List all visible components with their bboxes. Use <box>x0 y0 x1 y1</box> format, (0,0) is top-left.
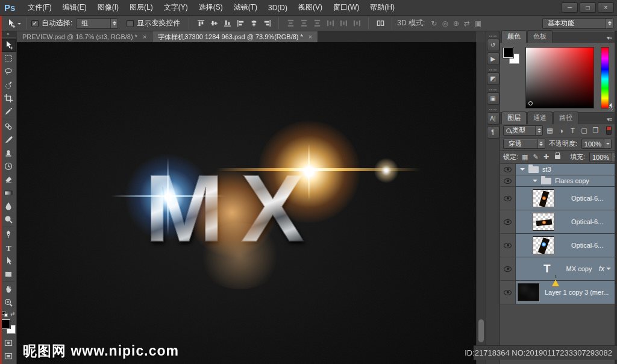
chevron-down-icon[interactable] <box>604 139 611 148</box>
tab-font-mockup-psd[interactable]: 字体样机37300 1284 963.psd @ 73.9%(RGB/8) * … <box>152 31 318 42</box>
align-left-button[interactable] <box>234 18 246 29</box>
horizontal-type-tool[interactable]: T <box>1 241 16 254</box>
close-tab-icon[interactable]: × <box>308 34 312 40</box>
crop-tool[interactable] <box>1 92 16 105</box>
distribute-bottom-button[interactable] <box>311 18 323 29</box>
auto-select-checkbox[interactable] <box>31 20 39 27</box>
dock-drag-handle[interactable] <box>489 109 496 110</box>
quick-selection-tool[interactable] <box>1 78 16 92</box>
rectangle-shape-tool[interactable] <box>1 268 16 281</box>
hue-slider[interactable] <box>601 47 609 108</box>
layer-row-optical-2[interactable]: Optical-6... <box>500 210 615 234</box>
dock-drag-handle[interactable] <box>489 89 496 90</box>
visibility-toggle[interactable] <box>500 175 516 186</box>
filter-kind-dropdown[interactable]: 类型 <box>503 125 543 136</box>
character-panel-icon[interactable]: A| <box>487 112 500 125</box>
saturation-brightness-map[interactable] <box>525 47 594 108</box>
layer-thumbnail[interactable] <box>518 283 539 301</box>
properties-panel-icon[interactable]: ◩ <box>487 72 500 85</box>
brush-tool[interactable] <box>1 133 16 146</box>
auto-select-dropdown[interactable]: 组 <box>76 18 118 29</box>
blur-tool[interactable] <box>1 199 16 213</box>
type-layer-thumbnail[interactable]: T <box>543 262 551 275</box>
panel-menu-icon[interactable]: ▾≡ <box>607 116 612 122</box>
align-top-button[interactable] <box>195 18 207 29</box>
tab-layers[interactable]: 图层 <box>501 111 527 124</box>
visibility-toggle[interactable] <box>500 257 516 280</box>
visibility-toggle[interactable] <box>500 234 516 257</box>
3d-slide-icon[interactable]: ⇄ <box>464 19 470 28</box>
swap-colors-icon[interactable]: ⇄ <box>10 312 15 317</box>
layer-row-group-flares-copy[interactable]: Flares copy <box>500 175 615 187</box>
paragraph-panel-icon[interactable]: ¶ <box>487 126 500 139</box>
filter-pixel-layers-icon[interactable]: ▤ <box>545 127 554 134</box>
expand-triangle-icon[interactable] <box>520 168 525 173</box>
lock-position-icon[interactable]: ✚ <box>543 153 549 161</box>
actions-panel-icon[interactable]: ▶ <box>487 52 500 65</box>
layer-row-mx-copy[interactable]: T ! MX copy fx <box>500 257 615 281</box>
menu-type[interactable]: 文字(Y) <box>158 2 193 13</box>
distribute-middle-button[interactable] <box>298 18 310 29</box>
dock-drag-handle[interactable] <box>489 69 496 71</box>
scrollbar-thumb[interactable] <box>478 319 484 342</box>
menu-help[interactable]: 帮助(H) <box>365 2 400 13</box>
panel-resize-grip[interactable] <box>609 106 613 111</box>
layer-row-group-st3[interactable]: st3 <box>500 164 615 175</box>
expand-triangle-icon[interactable] <box>533 180 537 184</box>
close-tab-icon[interactable]: × <box>143 34 146 40</box>
zoom-tool[interactable] <box>1 296 16 309</box>
clone-source-panel-icon[interactable]: ▣ <box>487 92 500 105</box>
menu-select[interactable]: 选择(S) <box>193 2 228 13</box>
distribute-right-button[interactable] <box>351 18 363 29</box>
rectangular-marquee-tool[interactable] <box>1 52 16 65</box>
panel-menu-icon[interactable]: ▾≡ <box>607 35 612 41</box>
pen-tool[interactable] <box>1 228 16 241</box>
distribute-center-button[interactable] <box>337 18 349 29</box>
distribute-left-button[interactable] <box>324 18 336 29</box>
visibility-toggle[interactable] <box>500 187 516 210</box>
clone-stamp-tool[interactable] <box>1 146 16 160</box>
layer-row-optical-1[interactable]: Optical-6... <box>500 187 615 210</box>
fill-field[interactable]: 100% <box>589 152 617 162</box>
visibility-toggle[interactable] <box>500 210 516 233</box>
distribute-top-button[interactable] <box>284 18 296 29</box>
canvas-vertical-scrollbar[interactable] <box>476 42 486 364</box>
filter-type-layers-icon[interactable]: T <box>568 127 577 134</box>
layer-effects-badge[interactable]: fx <box>599 265 604 273</box>
default-colors-icon[interactable] <box>2 311 8 317</box>
close-button[interactable]: × <box>598 2 614 13</box>
menu-layer[interactable]: 图层(L) <box>124 2 158 13</box>
filter-shape-layers-icon[interactable]: ▢ <box>580 127 589 134</box>
align-right-button[interactable] <box>261 18 273 29</box>
blend-mode-dropdown[interactable]: 穿透 <box>503 139 545 149</box>
align-middle-button[interactable] <box>208 18 220 29</box>
path-selection-tool[interactable] <box>1 254 16 268</box>
foreground-color-swatch[interactable] <box>1 319 10 328</box>
3d-pan-icon[interactable]: ⊕ <box>453 19 459 28</box>
menu-3d[interactable]: 3D(D) <box>263 4 293 12</box>
visibility-toggle[interactable] <box>500 281 516 304</box>
quick-mask-button[interactable] <box>1 336 16 350</box>
layer-thumbnail[interactable] <box>533 236 554 254</box>
visibility-toggle[interactable] <box>500 164 516 175</box>
menu-filter[interactable]: 滤镜(T) <box>228 2 263 13</box>
canvas[interactable]: M X 昵图网 www.nipic.com <box>17 42 476 364</box>
align-center-button[interactable] <box>248 18 260 29</box>
lock-transparent-pixels-icon[interactable]: ▦ <box>522 153 528 161</box>
effects-collapse-icon[interactable] <box>606 268 611 272</box>
layer-thumbnail[interactable] <box>533 189 554 207</box>
menu-image[interactable]: 图像(I) <box>92 2 124 13</box>
history-panel-icon[interactable]: ↺ <box>487 39 500 51</box>
color-cursor[interactable] <box>528 101 533 105</box>
auto-align-layers-button[interactable] <box>374 18 386 29</box>
eyedropper-tool[interactable] <box>1 105 16 118</box>
menu-edit[interactable]: 编辑(E) <box>57 2 92 13</box>
tab-preview-psd[interactable]: PREVIEW.psd @ 16.7% (st3, RGB/8) * × <box>17 31 152 42</box>
move-tool-preset[interactable] <box>6 19 21 28</box>
screen-mode-button[interactable] <box>1 350 16 363</box>
tab-swatches[interactable]: 色板 <box>527 30 553 43</box>
align-bottom-button[interactable] <box>221 18 233 29</box>
lock-image-pixels-icon[interactable]: ✎ <box>533 153 538 161</box>
lock-all-icon[interactable] <box>555 155 560 159</box>
hand-tool[interactable] <box>1 283 16 296</box>
